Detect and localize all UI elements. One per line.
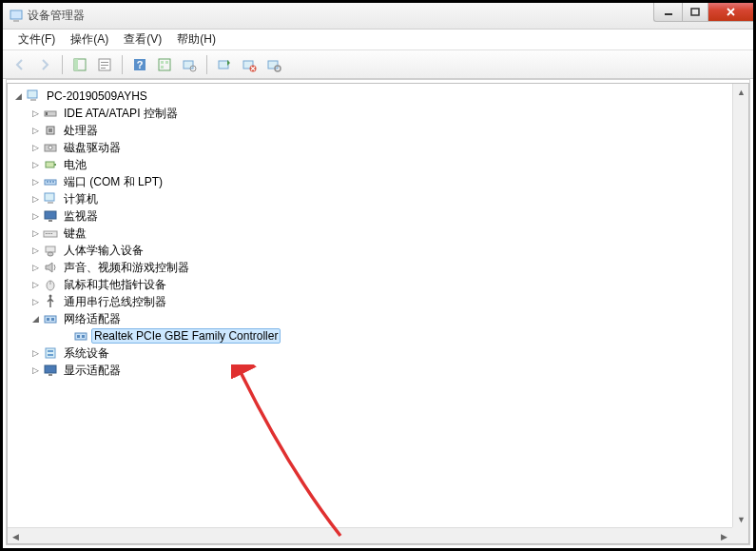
svg-rect-46: [46, 246, 55, 252]
usb-icon: [43, 294, 58, 309]
tree-category[interactable]: ▷通用串行总线控制器: [10, 293, 746, 310]
scroll-up-button[interactable]: ▲: [733, 84, 749, 100]
properties-button[interactable]: [93, 53, 116, 76]
back-button[interactable]: [9, 53, 31, 76]
minimize-button[interactable]: [653, 3, 682, 22]
maximize-button[interactable]: [682, 3, 708, 22]
expand-icon[interactable]: ▷: [29, 261, 42, 274]
svg-point-36: [52, 181, 54, 183]
expand-icon[interactable]: ▷: [29, 158, 42, 171]
expand-icon[interactable]: ▷: [29, 244, 42, 257]
tree-category[interactable]: ▷显示适配器: [10, 362, 746, 379]
scroll-right-button[interactable]: ▶: [716, 528, 732, 544]
svg-rect-61: [48, 374, 52, 376]
network-icon: [43, 311, 58, 326]
tree-root[interactable]: ◢PC-20190509AYHS: [10, 88, 746, 105]
close-button[interactable]: [708, 3, 753, 22]
tree-category[interactable]: ▷声音、视频和游戏控制器: [10, 259, 746, 276]
tree-device[interactable]: Realtek PCIe GBE Family Controller: [10, 327, 746, 344]
collapse-icon[interactable]: ◢: [11, 89, 25, 103]
svg-point-30: [48, 146, 52, 149]
toolbar-separator: [122, 55, 123, 74]
nic-icon: [73, 328, 88, 344]
svg-rect-5: [74, 59, 78, 70]
tree-node-label: IDE ATA/ATAPI 控制器: [61, 106, 181, 121]
expand-icon[interactable]: ▷: [29, 209, 42, 223]
expand-icon[interactable]: ▷: [29, 192, 42, 206]
ide-icon: [43, 106, 58, 121]
computer-icon: [43, 191, 58, 207]
forward-button[interactable]: [33, 53, 56, 76]
scrollbar-horizontal[interactable]: ◀ ▶: [8, 527, 732, 543]
scrollbar-vertical[interactable]: ▲ ▼: [732, 84, 748, 527]
expand-icon[interactable]: ▷: [29, 107, 42, 120]
svg-rect-16: [184, 61, 193, 69]
svg-rect-12: [159, 59, 170, 70]
tree-category[interactable]: ▷人体学输入设备: [10, 242, 746, 259]
svg-rect-57: [46, 348, 55, 358]
tree-node-label: 键盘: [61, 226, 89, 241]
expand-icon[interactable]: ▷: [29, 226, 42, 240]
svg-rect-43: [48, 233, 48, 234]
svg-rect-51: [45, 316, 56, 323]
tree-category[interactable]: ▷IDE ATA/ATAPI 控制器: [10, 105, 746, 122]
tree-panel: ◢PC-20190509AYHS▷IDE ATA/ATAPI 控制器▷处理器▷磁…: [7, 83, 749, 544]
tree-category[interactable]: ▷处理器: [10, 122, 746, 139]
menu-file[interactable]: 文件(F): [10, 29, 63, 50]
mouse-icon: [43, 277, 58, 292]
show-hide-tree-button[interactable]: [68, 53, 91, 76]
svg-rect-55: [77, 335, 80, 338]
svg-rect-2: [665, 13, 672, 15]
tree-category[interactable]: ▷系统设备: [10, 344, 746, 362]
system-icon: [43, 345, 58, 361]
collapse-icon[interactable]: ◢: [29, 312, 42, 325]
update-driver-button[interactable]: [213, 53, 236, 76]
disable-button[interactable]: [262, 53, 285, 76]
svg-rect-54: [75, 333, 87, 340]
tree-category[interactable]: ▷端口 (COM 和 LPT): [10, 173, 746, 190]
svg-rect-40: [48, 220, 52, 222]
expand-icon[interactable]: ▷: [29, 278, 42, 291]
scroll-down-button[interactable]: ▼: [733, 511, 749, 527]
tree-node-label: 鼠标和其他指针设备: [61, 277, 169, 292]
expand-icon[interactable]: ▷: [29, 124, 42, 137]
help-button[interactable]: ?: [128, 53, 151, 76]
tree-node-label: 通用串行总线控制器: [61, 294, 169, 309]
window-controls: [653, 3, 753, 22]
svg-rect-15: [161, 66, 164, 69]
svg-rect-3: [691, 9, 699, 15]
tree-category[interactable]: ▷计算机: [10, 190, 746, 207]
tree-category[interactable]: ▷电池: [10, 156, 746, 173]
expand-icon[interactable]: ▷: [29, 175, 42, 188]
monitor-icon: [43, 208, 58, 224]
svg-point-47: [48, 252, 53, 256]
tree-category[interactable]: ▷监视器: [10, 207, 746, 225]
menu-action[interactable]: 操作(A): [63, 29, 116, 50]
view-button[interactable]: [153, 53, 176, 76]
scroll-corner: [732, 527, 748, 543]
expand-icon[interactable]: ▷: [29, 364, 42, 377]
scroll-left-button[interactable]: ◀: [8, 528, 24, 544]
device-tree[interactable]: ◢PC-20190509AYHS▷IDE ATA/ATAPI 控制器▷处理器▷磁…: [8, 84, 748, 383]
uninstall-button[interactable]: [238, 53, 261, 76]
tree-category[interactable]: ◢网络适配器: [10, 310, 746, 327]
tree-category[interactable]: ▷鼠标和其他指针设备: [10, 276, 746, 293]
tree-category[interactable]: ▷磁盘驱动器: [10, 139, 746, 156]
svg-rect-7: [101, 62, 108, 63]
tree-category[interactable]: ▷键盘: [10, 225, 746, 242]
display-icon: [43, 363, 58, 378]
svg-rect-37: [45, 193, 54, 201]
svg-point-35: [49, 181, 51, 183]
svg-rect-32: [54, 164, 56, 166]
menu-view[interactable]: 查看(V): [116, 29, 169, 50]
expand-icon[interactable]: ▷: [29, 295, 42, 308]
tree-node-label: 端口 (COM 和 LPT): [61, 174, 165, 189]
expand-icon[interactable]: ▷: [29, 141, 42, 154]
svg-rect-28: [48, 128, 52, 132]
svg-rect-18: [219, 61, 228, 69]
scan-button[interactable]: [178, 53, 201, 76]
expand-icon[interactable]: ▷: [29, 346, 42, 360]
menu-help[interactable]: 帮助(H): [169, 29, 223, 50]
svg-rect-56: [82, 335, 85, 338]
svg-text:?: ?: [137, 59, 144, 70]
